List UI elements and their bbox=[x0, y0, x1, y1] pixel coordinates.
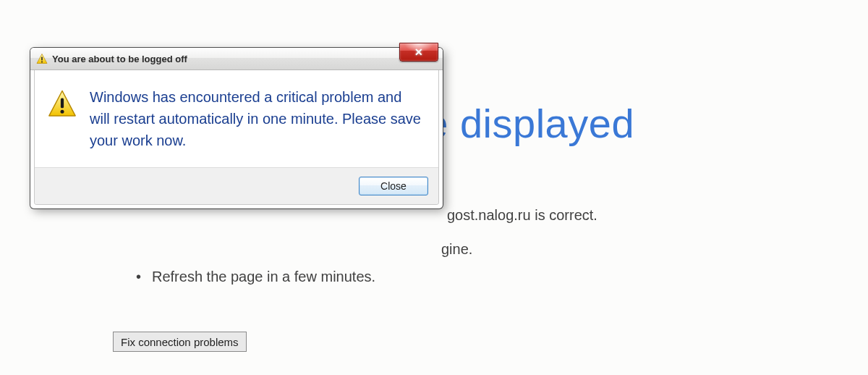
warning-icon bbox=[36, 53, 48, 64]
bullet-partial-1: gost.nalog.ru is correct. bbox=[447, 207, 597, 224]
svg-point-1 bbox=[41, 62, 43, 63]
dialog-body: Windows has encountered a critical probl… bbox=[34, 70, 439, 205]
dialog-title: You are about to be logged off bbox=[52, 54, 187, 64]
dialog-message: Windows has encountered a critical probl… bbox=[90, 86, 421, 151]
svg-point-3 bbox=[61, 110, 64, 114]
fix-connection-button[interactable]: Fix connection problems bbox=[113, 332, 247, 352]
bullet-dot-icon: • bbox=[136, 262, 152, 291]
window-close-button[interactable]: ✕ bbox=[399, 43, 438, 62]
dialog-titlebar[interactable]: You are about to be logged off ✕ bbox=[30, 48, 443, 70]
bullet-text: Refresh the page in a few minutes. bbox=[152, 262, 375, 291]
dialog-window: You are about to be logged off ✕ bbox=[30, 48, 443, 208]
warning-icon bbox=[48, 89, 77, 121]
close-icon: ✕ bbox=[414, 47, 423, 57]
svg-rect-0 bbox=[41, 57, 43, 61]
svg-rect-2 bbox=[61, 98, 64, 109]
close-button[interactable]: Close bbox=[359, 177, 428, 195]
dialog-button-row: Close bbox=[35, 167, 438, 204]
bullet-list: •placeholder •placeholder • Refresh the … bbox=[136, 204, 375, 291]
list-item: • Refresh the page in a few minutes. bbox=[136, 262, 375, 291]
bullet-partial-2: gine. bbox=[441, 241, 472, 258]
